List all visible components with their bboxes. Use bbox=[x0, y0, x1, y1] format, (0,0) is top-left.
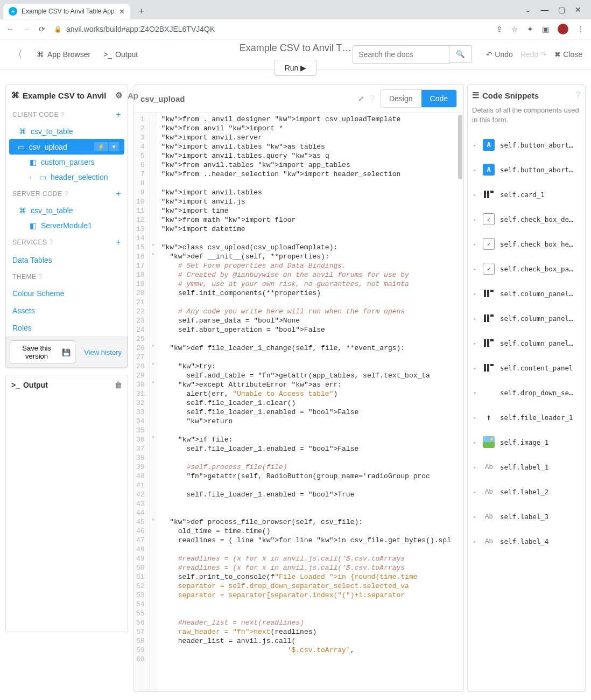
close-tab-icon[interactable]: ✕ bbox=[119, 8, 125, 16]
snippet-label: self.label_4 bbox=[500, 537, 548, 545]
snippet-row[interactable]: ▸✓self.check_box_pau… bbox=[472, 256, 581, 281]
chevron-right-icon: ▸ bbox=[473, 142, 477, 148]
search-button[interactable]: 🔍 bbox=[449, 45, 472, 63]
help-icon[interactable]: ? bbox=[61, 111, 65, 118]
snippet-row[interactable]: ▸✓self.check_box_del… bbox=[472, 207, 581, 232]
new-tab-button[interactable]: + bbox=[135, 4, 149, 19]
add-service-icon[interactable]: + bbox=[116, 237, 121, 247]
form-icon: ▭ bbox=[39, 173, 46, 181]
maximize-icon[interactable]: ▢ bbox=[558, 5, 565, 14]
lock-icon[interactable]: 🔒 bbox=[54, 25, 62, 33]
chevron-down-icon[interactable]: ▾ bbox=[109, 142, 119, 151]
svg-rect-13 bbox=[487, 364, 489, 372]
undo-button[interactable]: ↶Undo bbox=[486, 50, 512, 59]
design-tab[interactable]: Design bbox=[381, 90, 421, 107]
chevron-right-icon: ▸ bbox=[473, 291, 477, 297]
snippet-row[interactable]: ▸Abself.label_4 bbox=[472, 529, 581, 554]
chevron-right-icon: ▸ bbox=[473, 241, 477, 247]
server-icon: ⌘ bbox=[19, 206, 26, 215]
expand-icon[interactable]: ⤢ bbox=[358, 94, 364, 103]
snippet-row[interactable]: ▸self.column_panel_… bbox=[472, 306, 581, 331]
label-component-icon: Ab bbox=[483, 510, 495, 522]
browser-tab[interactable]: ✦ Example CSV to Anvil Table App ✕ bbox=[3, 4, 130, 19]
terminal-icon: >_ bbox=[103, 50, 112, 59]
assets-link[interactable]: Assets bbox=[6, 302, 128, 319]
snippet-row[interactable]: ▸Aself.button_abort_… bbox=[472, 132, 581, 157]
code-editor[interactable]: 1 2 3 4 5 6 7 8 9 10 11 12 13 14 15 16 1… bbox=[134, 113, 463, 691]
panel-component-icon bbox=[483, 362, 495, 374]
panel-component-icon bbox=[483, 337, 495, 349]
label-component-icon: Ab bbox=[483, 486, 495, 498]
snippet-row[interactable]: ▸✓self.check_box_hea… bbox=[472, 232, 581, 256]
close-window-icon[interactable]: ✕ bbox=[575, 5, 581, 14]
snippet-row[interactable]: ▸Abself.label_3 bbox=[472, 504, 581, 529]
svg-rect-0 bbox=[484, 191, 486, 198]
tree-csv-upload[interactable]: ▭ csv_upload ⚡▾ bbox=[9, 139, 124, 155]
toolbar-back-icon[interactable]: 〈 bbox=[9, 46, 27, 63]
share-icon[interactable]: ⇪ bbox=[496, 25, 503, 33]
kebab-icon[interactable]: ⋮ bbox=[577, 25, 585, 33]
fold-column[interactable]: ▾ ▾ ▾ ▾ ▾ ▾ ▾ bbox=[150, 113, 157, 691]
roles-link[interactable]: Roles bbox=[6, 319, 128, 337]
help-icon[interactable]: ? bbox=[370, 94, 375, 103]
run-button[interactable]: Run ▶ bbox=[275, 60, 317, 76]
url-text[interactable]: anvil.works/build#app:Z4O2BXJEL6TVJ4QK bbox=[66, 25, 215, 33]
chevron-right-icon: ▸ bbox=[473, 538, 477, 544]
view-history-link[interactable]: View history bbox=[79, 345, 127, 360]
help-icon[interactable]: ? bbox=[65, 190, 68, 198]
output-button[interactable]: >_ Output bbox=[100, 48, 141, 61]
tree-csv-to-table-server[interactable]: ⌘ csv_to_table bbox=[6, 203, 128, 218]
add-client-module-icon[interactable]: + bbox=[116, 110, 121, 120]
editor-scrollbar[interactable] bbox=[458, 115, 462, 179]
tree-csv-to-table[interactable]: ⌘ csv_to_table bbox=[6, 124, 128, 139]
snippet-row[interactable]: ▸Abself.label_2 bbox=[472, 479, 581, 504]
output-panel-title: >_ Output 🗑 bbox=[6, 375, 128, 395]
panel-component-icon bbox=[483, 288, 495, 299]
panel-icon[interactable]: ▣ bbox=[542, 25, 549, 33]
reload-icon[interactable]: ⟳ bbox=[39, 25, 45, 33]
app-browser-button[interactable]: ⌘ App Browser bbox=[33, 48, 94, 61]
star-icon[interactable]: ☆ bbox=[511, 25, 518, 33]
tree-custom-parsers[interactable]: ◧ custom_parsers bbox=[6, 155, 128, 170]
svg-rect-2 bbox=[490, 191, 494, 193]
chevron-right-icon: ▸ bbox=[473, 216, 477, 222]
trash-icon[interactable]: 🗑 bbox=[115, 381, 122, 389]
close-button[interactable]: ✖Close bbox=[554, 50, 582, 59]
back-icon[interactable]: ← bbox=[6, 25, 14, 33]
gear-icon[interactable]: ⚙ bbox=[115, 90, 122, 100]
snippet-row[interactable]: ▸self.content_panel bbox=[472, 355, 581, 380]
extensions-icon[interactable]: ✦ bbox=[527, 25, 533, 33]
help-icon[interactable]: ? bbox=[39, 273, 43, 281]
snippet-label: self.column_panel_1 bbox=[500, 290, 575, 298]
snippet-row[interactable]: ▾self.drop_down_sep… bbox=[472, 380, 581, 405]
tree-header-selection[interactable]: › ▭ header_selection bbox=[6, 170, 128, 185]
save-version-button[interactable]: Save this version💾 bbox=[10, 340, 75, 364]
snippet-row[interactable]: ▸Abself.label_1 bbox=[472, 454, 581, 479]
snippet-row[interactable]: ▸self.image_1 bbox=[472, 430, 581, 454]
tree-server-module1[interactable]: ◧ ServerModule1 bbox=[6, 218, 128, 233]
minimize-icon[interactable]: — bbox=[541, 5, 548, 14]
chevron-right-icon: ▸ bbox=[473, 439, 477, 445]
search-icon: 🔍 bbox=[456, 50, 465, 58]
code-lines[interactable]: "kw">from ._anvil_designer "kw">import c… bbox=[157, 113, 463, 691]
save-icon: 💾 bbox=[62, 348, 71, 356]
help-icon[interactable]: ? bbox=[49, 239, 53, 246]
snippet-row[interactable]: ▸Aself.button_abort_… bbox=[472, 157, 581, 182]
close-icon: ✖ bbox=[554, 50, 561, 59]
snippet-row[interactable]: ▸self.column_panel_1 bbox=[472, 281, 581, 306]
snippet-row[interactable]: ▸⬆self.file_loader_1 bbox=[472, 405, 581, 430]
snippet-row[interactable]: ▸self.card_1 bbox=[472, 182, 581, 207]
data-tables-link[interactable]: Data Tables bbox=[6, 251, 128, 269]
snippet-row[interactable]: ▸self.column_panel_… bbox=[472, 331, 581, 355]
bolt-icon[interactable]: ⚡ bbox=[94, 142, 108, 151]
colour-scheme-link[interactable]: Colour Scheme bbox=[6, 285, 128, 302]
search-input[interactable] bbox=[353, 45, 449, 64]
caret-down-icon[interactable]: ⌄ bbox=[525, 5, 531, 14]
profile-avatar[interactable] bbox=[558, 24, 568, 34]
snippet-label: self.button_abort_… bbox=[500, 141, 575, 149]
code-tab[interactable]: Code bbox=[421, 90, 456, 107]
chevron-right-icon: ▸ bbox=[473, 340, 477, 346]
help-icon[interactable]: ? bbox=[575, 90, 581, 100]
add-server-module-icon[interactable]: + bbox=[116, 189, 121, 199]
svg-rect-10 bbox=[487, 339, 489, 347]
